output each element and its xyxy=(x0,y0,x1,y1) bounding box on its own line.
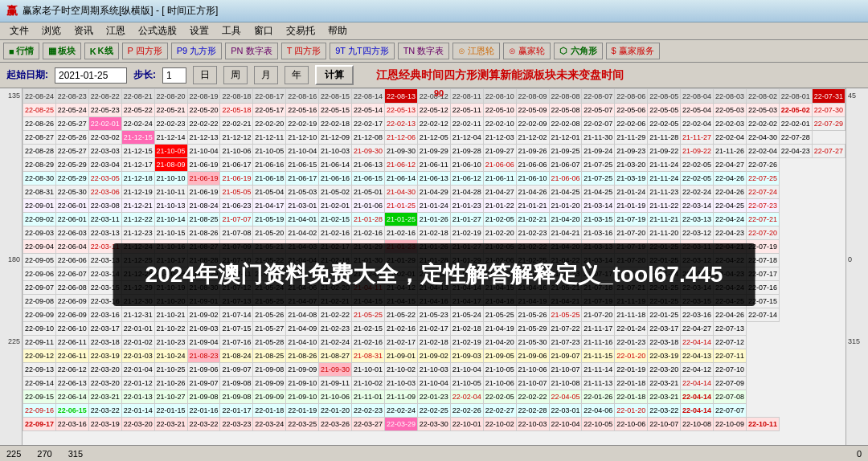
cell: 21-09-25 xyxy=(549,145,582,158)
cell: 22-03-16 xyxy=(88,308,121,322)
cell: 21-04-20 xyxy=(483,336,516,349)
cell: 22-01-14 xyxy=(121,404,154,418)
th-23: 22-08-02 xyxy=(746,89,779,104)
cell: 22-01-19 xyxy=(615,363,648,377)
cell: 22-02-04 xyxy=(746,145,779,158)
cell: 22-02-09 xyxy=(516,117,549,131)
cell: 22-01-18 xyxy=(615,390,648,404)
cell: 21-02-18 xyxy=(417,226,450,240)
cell: 21-01-23 xyxy=(450,199,483,213)
btn-t4[interactable]: T 四方形 xyxy=(281,43,327,59)
cell: 22-02-03 xyxy=(714,117,747,131)
btn-p9[interactable]: P9 九方形 xyxy=(171,43,223,59)
cell: 21-01-22 xyxy=(483,199,516,213)
calc-button[interactable]: 计算 xyxy=(315,65,354,85)
cell: 21-11-13 xyxy=(582,377,615,390)
app-icon: 赢 xyxy=(6,4,18,18)
btn-week[interactable]: 周 xyxy=(223,66,248,84)
cell: 21-07-14 xyxy=(220,308,253,322)
btn-hexagon[interactable]: ⬡ 六角形 xyxy=(554,43,602,59)
cell: 21-07-25 xyxy=(582,158,615,172)
cell: 22-08-26 xyxy=(23,117,56,131)
cell: 22-08-30 xyxy=(23,172,56,186)
cell: 22-09-07 xyxy=(23,281,56,295)
cell: 22-05-26 xyxy=(55,131,88,145)
cell: 21-05-05 xyxy=(220,186,253,199)
cell: 21-01-19 xyxy=(615,199,648,213)
menu-info[interactable]: 资讯 xyxy=(68,22,100,39)
cell: 21-10-05 xyxy=(253,145,286,158)
cell: 22-02-25 xyxy=(417,404,450,418)
menu-browse[interactable]: 浏览 xyxy=(35,22,68,39)
cell: 21-06-06 xyxy=(483,158,516,172)
btn-service[interactable]: $ 赢家服务 xyxy=(606,43,660,59)
menu-jiangen[interactable]: 江恩 xyxy=(100,22,132,39)
cell: 21-09-09 xyxy=(253,377,286,390)
cell: 21-02-18 xyxy=(450,322,483,336)
cell: 22-02-02 xyxy=(746,117,779,131)
btn-kline[interactable]: K K线 xyxy=(84,43,119,59)
cell: 22-10-02 xyxy=(483,418,516,431)
cell: 22-09-01 xyxy=(23,199,56,213)
btn-pn[interactable]: PN 数字表 xyxy=(225,43,277,59)
cell: 22-02-05 xyxy=(681,158,714,172)
start-date-input[interactable] xyxy=(55,67,127,84)
btn-tn[interactable]: TN 数字表 xyxy=(398,43,450,59)
cell: 21-10-23 xyxy=(154,336,187,349)
cell: 21-02-16 xyxy=(319,226,352,240)
cell: 21-10-03 xyxy=(319,145,352,158)
cell: 22-03-03 xyxy=(88,145,121,158)
cell: 22-02-06 xyxy=(615,117,648,131)
cell: 21-09-09 xyxy=(286,363,319,377)
btn-day[interactable]: 日 xyxy=(193,66,217,84)
cell: 21-07-07 xyxy=(220,213,253,226)
cell: 22-05-14 xyxy=(352,104,385,117)
quotes-icon: ■ xyxy=(9,47,14,56)
btn-p4[interactable]: P 四方形 xyxy=(122,43,168,59)
cell: 22-07-26 xyxy=(746,158,779,172)
cell: 22-02-19 xyxy=(286,117,319,131)
th-19: 22-08-06 xyxy=(615,89,648,104)
cell: 22-03-22 xyxy=(187,418,220,431)
cell: 22-05-02 xyxy=(779,104,812,117)
menu-settings[interactable]: 设置 xyxy=(183,22,215,39)
cell: 22-01-25 xyxy=(648,308,681,322)
cell: 21-09-08 xyxy=(220,390,253,404)
cell: 21-02-22 xyxy=(319,308,352,322)
th-1: 22-08-24 xyxy=(23,89,56,104)
cell: 22-05-05 xyxy=(648,104,681,117)
btn-jiangen-wheel[interactable]: ⊙ 江恩轮 xyxy=(452,43,500,59)
cell: 21-06-19 xyxy=(187,172,220,186)
cell: 22-07-07 xyxy=(714,404,747,418)
menu-file[interactable]: 文件 xyxy=(3,22,35,39)
menu-formula[interactable]: 公式选股 xyxy=(132,22,183,39)
cell: 21-06-13 xyxy=(417,172,450,186)
cell: 22-01-12 xyxy=(121,377,154,390)
cell: 22-02-28 xyxy=(516,404,549,418)
cell: 22-04-14 xyxy=(681,336,714,349)
th-21: 22-08-04 xyxy=(681,89,714,104)
cell: 22-08-25 xyxy=(23,104,56,117)
menu-trade[interactable]: 交易托 xyxy=(280,22,321,39)
btn-winner-wheel[interactable]: ⊙ 赢家轮 xyxy=(503,43,551,59)
cell: 22-05-18 xyxy=(220,104,253,117)
cell: 21-05-30 xyxy=(516,336,549,349)
step-input[interactable] xyxy=(162,67,186,84)
cell: 22-06-15 xyxy=(55,404,88,418)
menu-window[interactable]: 窗口 xyxy=(248,22,280,39)
btn-month[interactable]: 月 xyxy=(254,66,278,84)
btn-quotes[interactable]: ■ 行情 xyxy=(3,43,39,59)
cell: 21-09-28 xyxy=(450,145,483,158)
btn-9t[interactable]: 9T 九T四方形 xyxy=(330,43,394,59)
table-row: 22-09-14 22-06-13 22-03-20 22-01-12 21-1… xyxy=(23,377,845,390)
menu-tools[interactable]: 工具 xyxy=(215,22,248,39)
cell: 21-10-07 xyxy=(549,363,582,377)
cell: 21-02-16 xyxy=(384,226,417,240)
btn-year[interactable]: 年 xyxy=(285,66,309,84)
cell: 21-12-31 xyxy=(121,308,154,322)
table-row: 22-09-16 22-06-15 22-03-22 22-01-14 22-0… xyxy=(23,404,845,418)
cell: 21-12-18 xyxy=(121,172,154,186)
btn-blocks[interactable]: ▦ 板块 xyxy=(43,43,81,59)
blocks-icon: ▦ xyxy=(48,46,56,56)
menu-help[interactable]: 帮助 xyxy=(321,22,354,39)
